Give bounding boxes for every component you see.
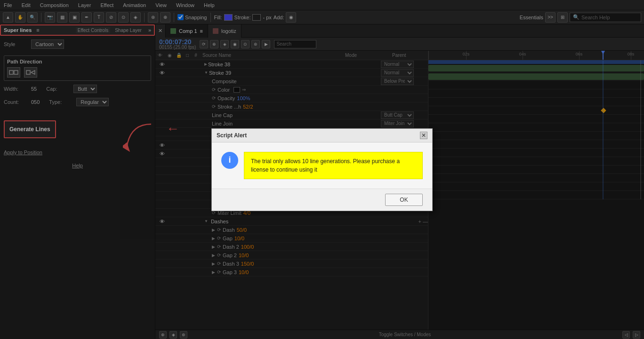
dialog-title: Script Alert: [217, 132, 247, 139]
dialog-overlay: Script Alert ✕ i The trial only allows 1…: [0, 0, 644, 339]
dialog-title-bar: Script Alert ✕: [212, 129, 432, 142]
script-alert-dialog: Script Alert ✕ i The trial only allows 1…: [211, 128, 433, 211]
dialog-info-icon: i: [221, 152, 238, 169]
dialog-close-button[interactable]: ✕: [420, 132, 427, 139]
dialog-footer: OK: [212, 189, 432, 211]
dialog-ok-button[interactable]: OK: [385, 194, 423, 206]
dialog-message: The trial only allows 10 line generation…: [244, 152, 423, 179]
dialog-body: i The trial only allows 10 line generati…: [212, 142, 432, 189]
